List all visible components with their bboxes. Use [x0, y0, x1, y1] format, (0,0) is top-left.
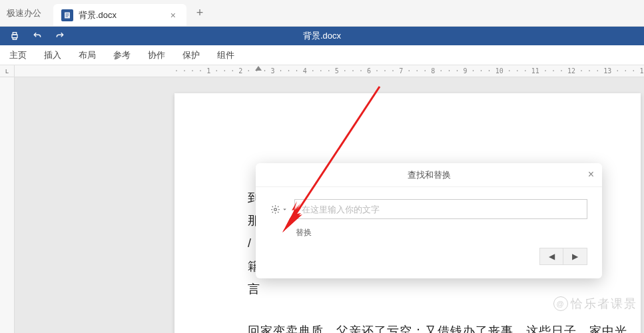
indent-marker-icon[interactable] [255, 66, 262, 71]
doc-icon [61, 9, 73, 21]
svg-rect-6 [13, 38, 16, 40]
search-settings-button[interactable] [270, 204, 288, 214]
find-next-button[interactable]: ▶ [563, 248, 587, 265]
tab-label: 背景.docx [79, 9, 117, 21]
menu-reference[interactable]: 参考 [112, 47, 132, 64]
svg-rect-3 [66, 16, 69, 17]
dialog-title: 查找和替换 [408, 169, 451, 181]
app-brand: 极速办公 [0, 0, 53, 26]
dialog-close-button[interactable]: × [588, 168, 594, 180]
menu-components[interactable]: 组件 [216, 47, 236, 64]
print-icon[interactable] [9, 31, 20, 41]
menu-collab[interactable]: 协作 [147, 47, 166, 64]
menu-home[interactable]: 主页 [8, 47, 28, 64]
new-tab-button[interactable]: + [186, 0, 213, 26]
svg-rect-5 [13, 33, 16, 35]
gear-icon [270, 204, 280, 214]
window-title: 背景.docx [303, 30, 341, 42]
ruler-corner: L [0, 65, 15, 77]
chevron-down-icon [282, 206, 288, 212]
replace-toggle[interactable]: 替换 [296, 228, 312, 237]
menu-bar: 主页 插入 布局 参考 协作 保护 组件 [0, 45, 644, 65]
undo-icon[interactable] [32, 31, 43, 41]
redo-icon[interactable] [55, 31, 65, 41]
menu-insert[interactable]: 插入 [43, 47, 63, 64]
svg-rect-1 [66, 13, 69, 14]
find-replace-dialog: 查找和替换 × 替换 ◀ ▶ [256, 163, 602, 278]
svg-point-7 [274, 208, 277, 210]
vertical-ruler[interactable] [0, 77, 15, 333]
menu-protect[interactable]: 保护 [181, 47, 201, 64]
menu-layout[interactable]: 布局 [77, 47, 97, 64]
tab-bar: 极速办公 背景.docx × + [0, 0, 644, 27]
dialog-header[interactable]: 查找和替换 × [256, 163, 602, 187]
ruler-marks: · · · · 1 · · · 2 · · · 3 · · · 4 · · · … [174, 65, 644, 77]
svg-rect-4 [12, 35, 17, 38]
horizontal-ruler[interactable]: · · · · 1 · · · 2 · · · 3 · · · 4 · · · … [15, 65, 644, 77]
svg-rect-2 [66, 15, 69, 15]
search-input[interactable] [294, 199, 587, 219]
tab-close-button[interactable]: × [168, 10, 178, 21]
document-tab[interactable]: 背景.docx × [53, 4, 186, 26]
body-paragraph-2: 回家变卖典质，父亲还了亏空；又借钱办了丧事。这些日子，家中光景很是惨淡，一半为了… [248, 320, 627, 333]
find-prev-button[interactable]: ◀ [539, 248, 563, 265]
title-bar: 背景.docx [0, 27, 644, 45]
